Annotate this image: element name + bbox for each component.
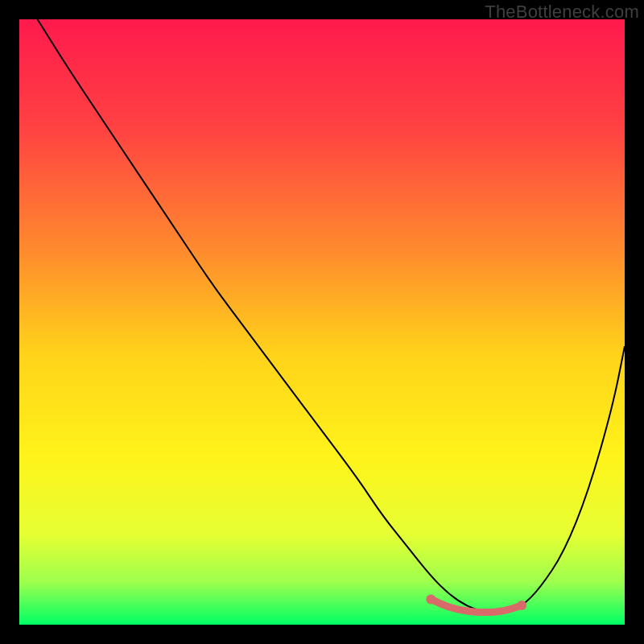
highlight-endpoint-left: [426, 594, 436, 604]
watermark-text: TheBottleneck.com: [485, 2, 639, 23]
highlight-endpoint-right: [517, 601, 526, 610]
chart-svg: [19, 19, 625, 625]
chart-frame: [19, 19, 625, 625]
gradient-background: [19, 19, 625, 625]
